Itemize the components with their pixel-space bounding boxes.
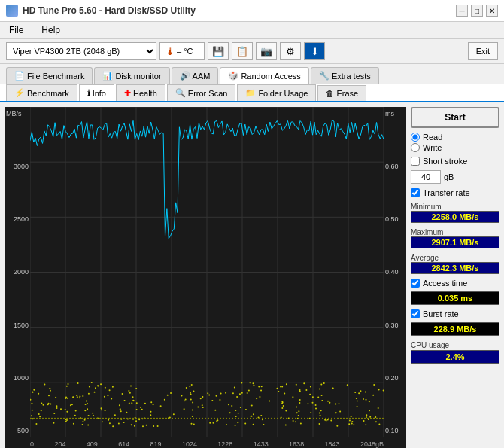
settings-button[interactable]: ⚙	[280, 42, 301, 60]
menu-bar: File Help	[0, 22, 504, 39]
y-left-label-top: MB/s	[5, 110, 30, 117]
thermometer-icon: 🌡	[165, 45, 175, 57]
help-menu[interactable]: Help	[38, 23, 63, 37]
short-stroke-text: Short stroke	[423, 157, 467, 166]
tab-file-benchmark-label: File Benchmark	[27, 72, 84, 81]
tab-extra-tests-label: Extra tests	[332, 72, 371, 81]
tab-folder-usage[interactable]: 📁 Folder Usage	[237, 84, 316, 101]
minimum-label: Minimum	[411, 203, 499, 211]
burst-rate-label[interactable]: Burst rate	[411, 309, 499, 318]
download-button[interactable]: ⬇	[304, 42, 325, 60]
x-label-2048: 2048gB	[360, 440, 384, 448]
window-controls[interactable]: ─ □ ✕	[456, 5, 498, 17]
drive-select[interactable]: Viper VP4300 2TB (2048 gB)	[6, 42, 156, 60]
x-label-1024: 1024	[182, 440, 197, 448]
aam-icon: 🔊	[180, 71, 190, 81]
x-label-1843: 1843	[325, 440, 340, 448]
x-label-204: 204	[54, 440, 65, 448]
right-panel: Start Read Write Short stroke gB Transfe…	[406, 102, 504, 448]
tab-health[interactable]: ✚ Health	[116, 84, 165, 101]
burst-rate-checkbox[interactable]	[411, 309, 420, 318]
tab-disk-monitor[interactable]: 📊 Disk monitor	[94, 67, 169, 84]
copy-button[interactable]: 📋	[232, 42, 253, 60]
close-button[interactable]: ✕	[486, 5, 498, 17]
tabs-row-2: ⚡ Benchmark ℹ Info ✚ Health 🔍 Error Scan…	[0, 84, 504, 102]
y-right-010: 0.10	[384, 427, 406, 434]
y-left-500: 500	[5, 427, 30, 434]
chart-canvas: MB/s 3000 2500 2000 1500 1000 500 ms 0.6…	[5, 107, 406, 448]
x-label-614: 614	[118, 440, 129, 448]
extra-tests-icon: 🔧	[319, 71, 329, 81]
tab-error-scan-label: Error Scan	[188, 89, 228, 98]
main-content: MB/s 3000 2500 2000 1500 1000 500 ms 0.6…	[0, 102, 504, 448]
disk-monitor-icon: 📊	[102, 71, 113, 81]
tab-aam-label: AAM	[193, 72, 211, 81]
benchmark-icon: ⚡	[14, 88, 25, 98]
minimum-section: Minimum 2258.0 MB/s	[411, 200, 499, 223]
temperature-display: 🌡 – °C	[159, 42, 205, 60]
cpu-usage-section: CPU usage 2.4%	[411, 339, 499, 364]
x-label-409: 409	[87, 440, 98, 448]
average-label: Average	[411, 254, 499, 262]
tab-benchmark-label: Benchmark	[27, 89, 69, 98]
file-benchmark-icon: 📄	[14, 71, 25, 81]
health-icon: ✚	[124, 88, 131, 98]
transfer-rate-checkbox[interactable]	[411, 188, 420, 197]
tab-file-benchmark[interactable]: 📄 File Benchmark	[6, 67, 93, 84]
tab-info-label: Info	[93, 89, 106, 98]
write-radio[interactable]	[411, 143, 420, 152]
access-time-label[interactable]: Access time	[411, 279, 499, 288]
tab-health-label: Health	[133, 89, 157, 98]
tabs-row-1: 📄 File Benchmark 📊 Disk monitor 🔊 AAM 🎲 …	[0, 64, 504, 84]
read-radio-label[interactable]: Read	[411, 133, 499, 142]
tab-erase-label: Erase	[336, 89, 358, 98]
burst-rate-text: Burst rate	[423, 309, 459, 318]
average-section: Average 2842.3 MB/s	[411, 251, 499, 274]
average-value: 2842.3 MB/s	[411, 262, 499, 274]
short-stroke-checkbox[interactable]	[411, 157, 420, 166]
y-left-2000: 2000	[5, 268, 30, 276]
x-label-1433: 1433	[254, 440, 269, 448]
window-title: HD Tune Pro 5.60 - Hard Disk/SSD Utility	[23, 5, 196, 16]
tab-folder-usage-label: Folder Usage	[258, 89, 308, 98]
transfer-rate-label[interactable]: Transfer rate	[411, 188, 499, 197]
tab-disk-monitor-label: Disk monitor	[115, 72, 161, 81]
x-label-819: 819	[150, 440, 162, 448]
title-bar-left: HD Tune Pro 5.60 - Hard Disk/SSD Utility	[6, 5, 196, 17]
y-right-060: 0.60	[384, 163, 406, 170]
maximum-label: Maximum	[411, 228, 499, 236]
y-left-2500: 2500	[5, 215, 30, 223]
file-menu[interactable]: File	[6, 23, 26, 37]
tab-aam[interactable]: 🔊 AAM	[172, 67, 219, 84]
tab-info[interactable]: ℹ Info	[79, 84, 114, 101]
cpu-usage-value: 2.4%	[411, 350, 499, 364]
save-button[interactable]: 💾	[208, 42, 229, 60]
access-time-checkbox[interactable]	[411, 279, 420, 288]
camera-button[interactable]: 📷	[256, 42, 277, 60]
read-write-group: Read Write	[411, 133, 499, 152]
benchmark-chart	[30, 107, 384, 437]
write-radio-label[interactable]: Write	[411, 143, 499, 152]
stroke-row: gB	[411, 170, 499, 184]
temperature-value: – °C	[177, 47, 193, 56]
tab-extra-tests[interactable]: 🔧 Extra tests	[311, 67, 379, 84]
exit-button[interactable]: Exit	[468, 42, 498, 60]
y-left-1500: 1500	[5, 322, 30, 329]
maximize-button[interactable]: □	[471, 5, 483, 17]
folder-usage-icon: 📁	[245, 88, 256, 98]
tab-error-scan[interactable]: 🔍 Error Scan	[167, 84, 236, 101]
tab-erase[interactable]: 🗑 Erase	[317, 85, 366, 101]
tab-random-access[interactable]: 🎲 Random Access	[220, 67, 308, 84]
short-stroke-label[interactable]: Short stroke	[411, 157, 499, 166]
tab-benchmark[interactable]: ⚡ Benchmark	[6, 84, 77, 101]
stroke-value-input[interactable]	[411, 170, 441, 184]
y-right-label-top: ms	[384, 110, 406, 117]
minimize-button[interactable]: ─	[456, 5, 468, 17]
tab-random-access-label: Random Access	[241, 72, 300, 81]
cpu-usage-label: CPU usage	[411, 341, 499, 349]
read-radio[interactable]	[411, 133, 420, 142]
y-right-020: 0.20	[384, 374, 406, 382]
start-button[interactable]: Start	[411, 107, 499, 128]
y-axis-right: ms 0.60 0.50 0.40 0.30 0.20 0.10	[384, 107, 406, 437]
minimum-value: 2258.0 MB/s	[411, 211, 499, 223]
